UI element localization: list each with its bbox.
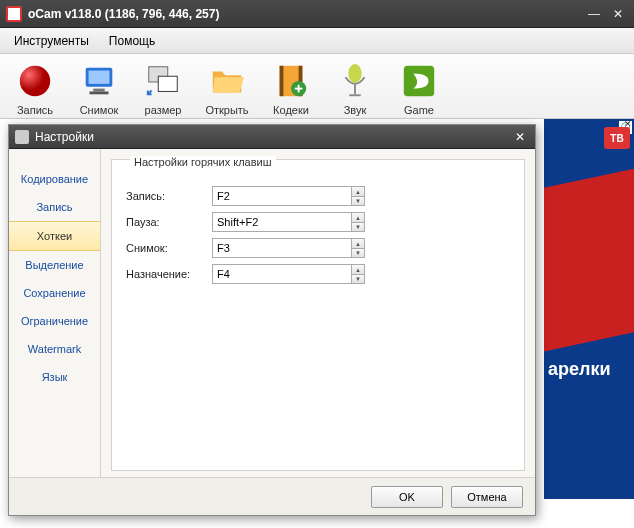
app-icon [6,6,22,22]
input-record[interactable]: F2 [212,186,352,206]
folder-icon [206,60,248,102]
microphone-icon [334,60,376,102]
settings-dialog: Настройки ✕ Кодирование Запись Хоткеи Вы… [8,124,536,516]
svg-point-13 [348,64,361,83]
sidebar-item-watermark[interactable]: Watermark [9,335,100,363]
tool-sound-label: Звук [344,104,367,116]
tool-codecs-label: Кодеки [273,104,309,116]
row-record: Запись: F2 ▲▼ [126,186,510,206]
dialog-icon [15,130,29,144]
chevron-down-icon[interactable]: ▼ [351,196,365,206]
chevron-down-icon[interactable]: ▼ [351,222,365,232]
chevron-up-icon[interactable]: ▲ [351,264,365,274]
main-titlebar: oCam v118.0 (1186, 796, 446, 257) — ✕ [0,0,634,28]
tool-sound[interactable]: Звук [330,60,380,116]
row-assign: Назначение: F4 ▲▼ [126,264,510,284]
tool-resize-label: размер [145,104,182,116]
svg-point-0 [20,66,50,96]
chevron-down-icon[interactable]: ▼ [351,274,365,284]
sidebar-item-saving[interactable]: Сохранение [9,279,100,307]
dialog-footer: OK Отмена [9,477,535,515]
svg-rect-14 [354,85,356,95]
svg-rect-12 [298,85,300,93]
value-pause: Shift+F2 [217,216,258,228]
chevron-down-icon[interactable]: ▼ [351,248,365,258]
spinner-shot[interactable]: ▲▼ [351,238,365,258]
value-assign: F4 [217,268,230,280]
ad-banner[interactable]: ⓘ ✕ ТВ арелки [544,119,634,499]
sidebar-item-limit[interactable]: Ограничение [9,307,100,335]
monitor-icon [78,60,120,102]
tv-badge: ТВ [604,127,630,149]
window-title: oCam v118.0 (1186, 796, 446, 257) [28,7,580,21]
record-icon [14,60,56,102]
tool-capture-label: Снимок [80,104,119,116]
input-assign[interactable]: F4 [212,264,352,284]
toolbar: Запись Снимок размер Открыть Кодеки [0,54,634,119]
tool-codecs[interactable]: Кодеки [266,60,316,116]
cancel-button[interactable]: Отмена [451,486,523,508]
banner-graphic [544,164,634,354]
tool-game-label: Game [404,104,434,116]
menu-tools[interactable]: Инструменты [4,31,99,51]
input-shot[interactable]: F3 [212,238,352,258]
label-record: Запись: [126,190,212,202]
dialog-sidebar: Кодирование Запись Хоткеи Выделение Сохр… [9,149,101,477]
minimize-button[interactable]: — [584,6,604,22]
group-label: Настройки горячих клавиш [130,156,276,168]
input-pause[interactable]: Shift+F2 [212,212,352,232]
tool-open-label: Открыть [205,104,248,116]
label-assign: Назначение: [126,268,212,280]
spinner-assign[interactable]: ▲▼ [351,264,365,284]
svg-rect-4 [90,91,109,94]
tool-game[interactable]: Game [394,60,444,116]
svg-rect-6 [158,76,177,91]
dialog-body: Кодирование Запись Хоткеи Выделение Сохр… [9,149,535,477]
tool-record[interactable]: Запись [10,60,60,116]
label-shot: Снимок: [126,242,212,254]
tool-resize[interactable]: размер [138,60,188,116]
dialog-close-button[interactable]: ✕ [511,129,529,145]
row-pause: Пауза: Shift+F2 ▲▼ [126,212,510,232]
tool-record-label: Запись [17,104,53,116]
sidebar-item-record[interactable]: Запись [9,193,100,221]
tool-open[interactable]: Открыть [202,60,252,116]
value-record: F2 [217,190,230,202]
dialog-titlebar: Настройки ✕ [9,125,535,149]
sidebar-item-lang[interactable]: Язык [9,363,100,391]
nvidia-icon [398,60,440,102]
dialog-title: Настройки [35,130,511,144]
sidebar-item-encoding[interactable]: Кодирование [9,165,100,193]
chevron-up-icon[interactable]: ▲ [351,238,365,248]
chevron-up-icon[interactable]: ▲ [351,212,365,222]
svg-rect-8 [280,66,284,96]
label-pause: Пауза: [126,216,212,228]
sidebar-item-hotkeys[interactable]: Хоткеи [9,221,100,251]
banner-text: арелки [544,359,611,380]
dialog-content: Настройки горячих клавиш Запись: F2 ▲▼ П… [111,159,525,471]
chevron-up-icon[interactable]: ▲ [351,186,365,196]
spinner-record[interactable]: ▲▼ [351,186,365,206]
svg-rect-3 [93,89,104,92]
codecs-icon [270,60,312,102]
close-button[interactable]: ✕ [608,6,628,22]
svg-rect-15 [349,94,360,96]
value-shot: F3 [217,242,230,254]
spinner-pause[interactable]: ▲▼ [351,212,365,232]
ok-button[interactable]: OK [371,486,443,508]
row-shot: Снимок: F3 ▲▼ [126,238,510,258]
svg-rect-2 [89,71,110,84]
tool-capture[interactable]: Снимок [74,60,124,116]
sidebar-item-selection[interactable]: Выделение [9,251,100,279]
resize-icon [142,60,184,102]
menu-bar: Инструменты Помощь [0,28,634,54]
menu-help[interactable]: Помощь [99,31,165,51]
